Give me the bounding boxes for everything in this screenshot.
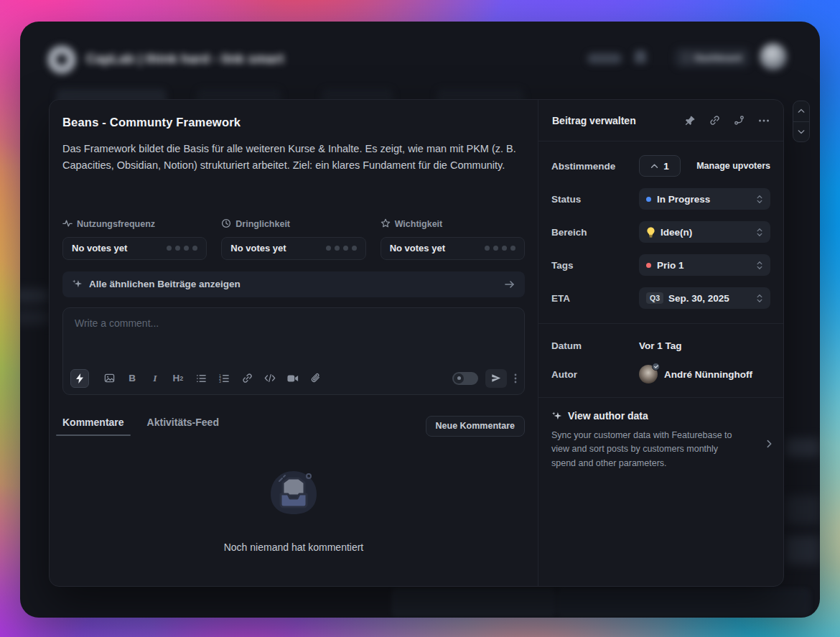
dashboard-icon <box>683 54 691 62</box>
upvote-button[interactable]: 1 <box>639 155 681 177</box>
app-header: CapLab | think hard - link smart Dashboa… <box>20 22 820 90</box>
attachment-icon[interactable] <box>310 373 322 383</box>
field-label: Bereich <box>551 227 639 238</box>
comments-tabs-row: Kommentare Aktivitäts-Feed Neue Kommenta… <box>62 416 525 437</box>
video-icon[interactable] <box>287 374 299 383</box>
vote-dots[interactable] <box>167 246 197 251</box>
vote-value: No votes yet <box>230 243 286 254</box>
insert-image-icon[interactable] <box>103 373 115 383</box>
post-description: Das Framework bildet die Basis für alle … <box>62 141 525 174</box>
new-comments-button[interactable]: Neue Kommentare <box>426 416 525 437</box>
quarter-badge: Q3 <box>646 292 663 304</box>
status-row: Status In Progress <box>551 188 770 210</box>
dashboard-button[interactable]: Dashboard <box>675 48 750 68</box>
vote-value: No votes yet <box>72 243 127 254</box>
ordered-list-icon[interactable]: 123 <box>218 373 230 383</box>
italic-icon[interactable]: I <box>149 373 161 384</box>
field-label: ETA <box>551 293 639 304</box>
bereich-select[interactable]: Idee(n) <box>639 221 770 243</box>
comment-composer[interactable]: Write a comment... B I H2 <box>62 307 525 395</box>
comments-empty-state: Noch niemand hat kommentiert <box>62 470 525 553</box>
composer-more-icon[interactable] <box>514 373 517 384</box>
tag-dot <box>646 263 651 268</box>
vote-value: No votes yet <box>390 243 445 254</box>
select-chevrons-icon <box>755 194 764 205</box>
vote-dots[interactable] <box>485 246 515 251</box>
clock-icon <box>221 218 231 231</box>
pin-icon[interactable] <box>685 115 696 126</box>
sparkles-icon <box>551 411 562 422</box>
background-content <box>20 310 49 325</box>
chevron-right-icon <box>767 438 772 451</box>
bold-icon[interactable]: B <box>126 373 138 383</box>
notifications-bell-icon[interactable] <box>635 50 646 63</box>
sidebar-fields: Abstimmende 1 Manage upvoters Status <box>538 141 783 324</box>
activity-icon <box>62 218 73 231</box>
tags-select[interactable]: Prio 1 <box>639 254 770 276</box>
status-value: In Progress <box>657 194 755 205</box>
field-label: Datum <box>551 340 639 351</box>
code-icon[interactable] <box>264 373 276 383</box>
tab-aktivitaets-feed[interactable]: Aktivitäts-Feed <box>147 417 219 436</box>
sparkles-icon <box>72 279 83 289</box>
manage-upvoters-link[interactable]: Manage upvoters <box>696 161 770 171</box>
arrow-right-icon <box>504 279 515 289</box>
private-comment-toggle[interactable] <box>452 372 478 385</box>
autor-row: Autor André Nünninghoff <box>551 365 770 383</box>
heading-icon[interactable]: H2 <box>172 373 184 383</box>
show-similar-posts-label: Alle ähnlichen Beiträge anzeigen <box>89 279 504 289</box>
show-similar-posts-button[interactable]: Alle ähnlichen Beiträge anzeigen <box>62 271 525 297</box>
status-select[interactable]: In Progress <box>639 188 770 210</box>
vote-dots[interactable] <box>326 246 357 251</box>
background-content <box>785 496 820 524</box>
vote-box[interactable]: No votes yet <box>381 237 525 260</box>
author-avatar[interactable] <box>639 365 658 383</box>
vote-metric-label: Wichtigkeit <box>395 219 443 229</box>
eta-row: ETA Q3 Sep. 30, 2025 <box>551 287 770 309</box>
select-chevrons-icon <box>755 293 764 304</box>
author-data-description: Sync your customer data with Featurebase… <box>551 429 737 470</box>
send-comment-button[interactable] <box>485 369 507 388</box>
upvoters-row: Abstimmende 1 Manage upvoters <box>551 155 770 177</box>
background-content <box>785 438 820 457</box>
language-selector[interactable] <box>587 53 622 64</box>
background-content <box>557 589 810 616</box>
author-name: André Nünninghoff <box>664 369 752 380</box>
upvote-count: 1 <box>663 161 669 172</box>
vote-metrics-row: Nutzungsfrequenz No votes yet Dringl <box>62 218 525 260</box>
composer-toolbar: B I H2 123 <box>70 369 517 388</box>
user-avatar[interactable] <box>760 43 787 70</box>
comment-input-placeholder[interactable]: Write a comment... <box>75 317 159 329</box>
ai-assist-button[interactable] <box>70 369 89 388</box>
vote-metric-label: Nutzungsfrequenz <box>77 219 155 229</box>
post-content: Beans - Communty Framework Das Framework… <box>50 100 538 586</box>
previous-post-button[interactable] <box>793 101 809 122</box>
app-title: CapLab | think hard - link smart <box>86 52 284 67</box>
datum-row: Datum Vor 1 Tag <box>551 336 770 355</box>
vote-box[interactable]: No votes yet <box>62 237 207 260</box>
link-icon[interactable] <box>241 373 253 383</box>
more-options-icon[interactable] <box>758 119 770 122</box>
bereich-row: Bereich Idee(n) <box>551 221 770 243</box>
svg-text:3: 3 <box>219 379 221 383</box>
tab-kommentare[interactable]: Kommentare <box>62 417 124 436</box>
empty-state-text: Noch niemand hat kommentiert <box>224 541 364 553</box>
field-label: Tags <box>551 260 639 271</box>
merge-icon[interactable] <box>734 115 745 126</box>
select-chevrons-icon <box>755 227 764 238</box>
post-detail-modal: Beans - Communty Framework Das Framework… <box>49 99 784 587</box>
bullet-list-icon[interactable] <box>195 373 207 383</box>
author-data-section[interactable]: View author data Sync your customer data… <box>538 398 783 483</box>
status-dot <box>646 197 651 202</box>
star-icon <box>381 218 391 231</box>
next-post-button[interactable] <box>793 122 809 142</box>
post-manage-sidebar: Beitrag verwalten <box>538 100 783 586</box>
lightbulb-icon <box>646 227 655 238</box>
vote-box[interactable]: No votes yet <box>221 237 365 260</box>
field-label: Abstimmende <box>551 161 639 172</box>
field-label: Autor <box>551 369 639 380</box>
background-content <box>392 589 556 616</box>
eta-select[interactable]: Q3 Sep. 30, 2025 <box>639 287 770 309</box>
copy-link-icon[interactable] <box>709 115 720 126</box>
vote-metric-label: Dringlichkeit <box>235 219 290 229</box>
